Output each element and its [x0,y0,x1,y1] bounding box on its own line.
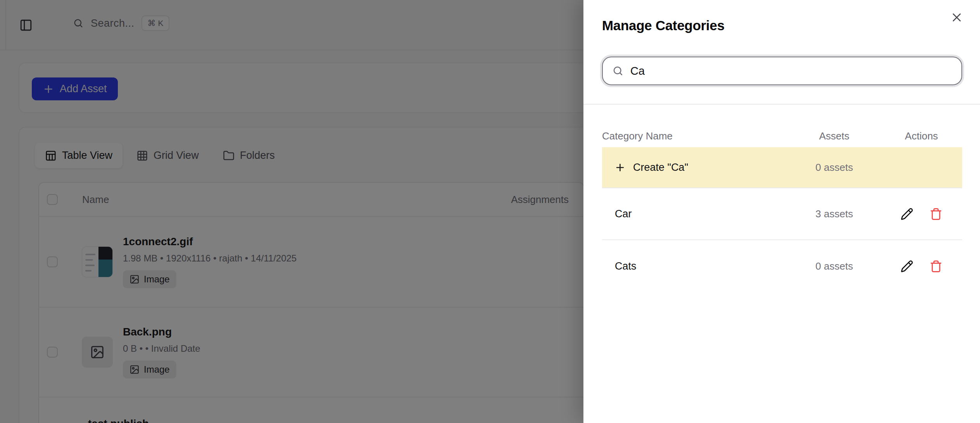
screen: Search... ⌘ K Add Asset [0,0,980,423]
category-search-input[interactable] [630,65,952,77]
dialog-divider [583,104,980,105]
category-table-header: Category Name Assets Actions [602,125,962,147]
category-name: Car [602,208,788,220]
search-icon [612,65,624,77]
column-assets: Assets [788,130,881,142]
close-icon [950,10,964,24]
category-row: Car 3 assets [602,188,962,240]
pencil-icon [901,208,913,220]
asset-count: 0 assets [788,260,881,272]
edit-category-button[interactable] [901,260,913,273]
plus-icon [614,162,626,173]
delete-category-button[interactable] [930,260,942,273]
category-name: Cats [602,260,788,272]
trash-icon [930,208,942,220]
category-search [602,57,962,85]
column-actions: Actions [881,130,962,142]
delete-category-button[interactable] [930,208,942,220]
create-category-row[interactable]: Create "Ca" 0 assets [602,147,962,188]
trash-icon [930,260,942,273]
pencil-icon [901,260,913,273]
manage-categories-dialog: Manage Categories Category Name Assets A… [583,0,980,423]
edit-category-button[interactable] [901,208,913,220]
asset-count: 3 assets [788,208,881,220]
close-button[interactable] [950,10,964,25]
asset-count: 0 assets [788,162,881,174]
create-category-label: Create "Ca" [633,162,688,174]
category-row: Cats 0 assets [602,240,962,292]
column-category-name: Category Name [602,130,788,142]
category-table: Category Name Assets Actions Create "Ca"… [602,125,962,292]
dialog-title: Manage Categories [602,18,725,33]
